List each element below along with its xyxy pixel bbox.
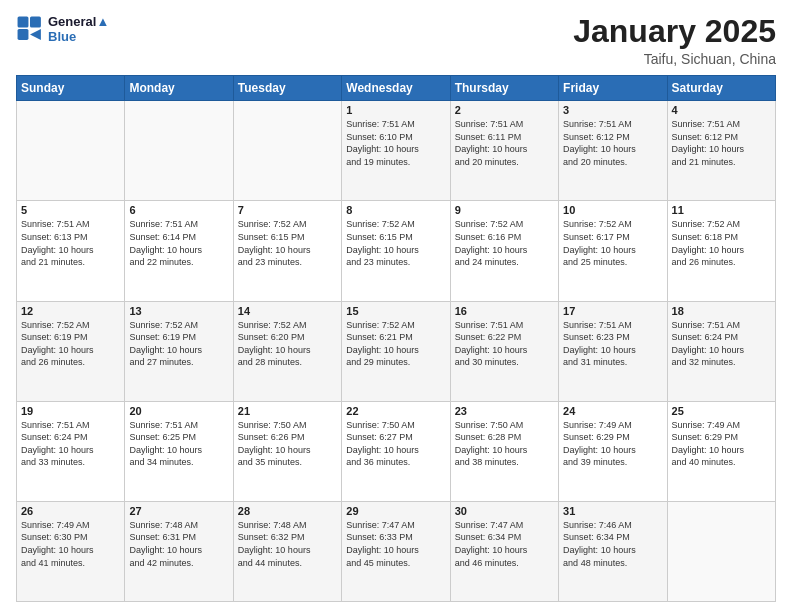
calendar-cell: 27Sunrise: 7:48 AM Sunset: 6:31 PM Dayli…	[125, 501, 233, 601]
calendar-cell: 25Sunrise: 7:49 AM Sunset: 6:29 PM Dayli…	[667, 401, 775, 501]
day-header-friday: Friday	[559, 76, 667, 101]
calendar-cell: 2Sunrise: 7:51 AM Sunset: 6:11 PM Daylig…	[450, 101, 558, 201]
calendar-cell: 29Sunrise: 7:47 AM Sunset: 6:33 PM Dayli…	[342, 501, 450, 601]
day-info: Sunrise: 7:52 AM Sunset: 6:16 PM Dayligh…	[455, 218, 554, 268]
day-info: Sunrise: 7:51 AM Sunset: 6:25 PM Dayligh…	[129, 419, 228, 469]
day-number: 13	[129, 305, 228, 317]
calendar-cell: 23Sunrise: 7:50 AM Sunset: 6:28 PM Dayli…	[450, 401, 558, 501]
calendar-cell: 28Sunrise: 7:48 AM Sunset: 6:32 PM Dayli…	[233, 501, 341, 601]
day-info: Sunrise: 7:51 AM Sunset: 6:12 PM Dayligh…	[672, 118, 771, 168]
calendar-week-2: 5Sunrise: 7:51 AM Sunset: 6:13 PM Daylig…	[17, 201, 776, 301]
day-number: 23	[455, 405, 554, 417]
day-number: 19	[21, 405, 120, 417]
day-number: 6	[129, 204, 228, 216]
logo: General▲ Blue	[16, 14, 109, 44]
day-info: Sunrise: 7:52 AM Sunset: 6:21 PM Dayligh…	[346, 319, 445, 369]
day-info: Sunrise: 7:49 AM Sunset: 6:29 PM Dayligh…	[672, 419, 771, 469]
calendar-cell	[17, 101, 125, 201]
day-info: Sunrise: 7:52 AM Sunset: 6:18 PM Dayligh…	[672, 218, 771, 268]
calendar-cell: 4Sunrise: 7:51 AM Sunset: 6:12 PM Daylig…	[667, 101, 775, 201]
calendar-cell: 17Sunrise: 7:51 AM Sunset: 6:23 PM Dayli…	[559, 301, 667, 401]
day-number: 20	[129, 405, 228, 417]
day-number: 31	[563, 505, 662, 517]
calendar-cell: 14Sunrise: 7:52 AM Sunset: 6:20 PM Dayli…	[233, 301, 341, 401]
calendar-cell	[125, 101, 233, 201]
day-number: 8	[346, 204, 445, 216]
calendar-cell: 26Sunrise: 7:49 AM Sunset: 6:30 PM Dayli…	[17, 501, 125, 601]
day-number: 9	[455, 204, 554, 216]
day-header-tuesday: Tuesday	[233, 76, 341, 101]
day-info: Sunrise: 7:51 AM Sunset: 6:11 PM Dayligh…	[455, 118, 554, 168]
day-info: Sunrise: 7:52 AM Sunset: 6:19 PM Dayligh…	[129, 319, 228, 369]
calendar-cell: 5Sunrise: 7:51 AM Sunset: 6:13 PM Daylig…	[17, 201, 125, 301]
logo-icon	[16, 15, 44, 43]
calendar-week-5: 26Sunrise: 7:49 AM Sunset: 6:30 PM Dayli…	[17, 501, 776, 601]
calendar-cell: 7Sunrise: 7:52 AM Sunset: 6:15 PM Daylig…	[233, 201, 341, 301]
calendar-cell: 21Sunrise: 7:50 AM Sunset: 6:26 PM Dayli…	[233, 401, 341, 501]
day-number: 5	[21, 204, 120, 216]
calendar-cell: 6Sunrise: 7:51 AM Sunset: 6:14 PM Daylig…	[125, 201, 233, 301]
day-number: 29	[346, 505, 445, 517]
day-header-sunday: Sunday	[17, 76, 125, 101]
day-info: Sunrise: 7:50 AM Sunset: 6:26 PM Dayligh…	[238, 419, 337, 469]
day-info: Sunrise: 7:49 AM Sunset: 6:30 PM Dayligh…	[21, 519, 120, 569]
day-number: 7	[238, 204, 337, 216]
calendar-week-3: 12Sunrise: 7:52 AM Sunset: 6:19 PM Dayli…	[17, 301, 776, 401]
calendar-table: SundayMondayTuesdayWednesdayThursdayFrid…	[16, 75, 776, 602]
day-info: Sunrise: 7:51 AM Sunset: 6:14 PM Dayligh…	[129, 218, 228, 268]
day-header-thursday: Thursday	[450, 76, 558, 101]
day-info: Sunrise: 7:51 AM Sunset: 6:23 PM Dayligh…	[563, 319, 662, 369]
day-info: Sunrise: 7:52 AM Sunset: 6:15 PM Dayligh…	[238, 218, 337, 268]
day-number: 21	[238, 405, 337, 417]
title-block: January 2025 Taifu, Sichuan, China	[573, 14, 776, 67]
svg-rect-2	[18, 29, 29, 40]
logo-text: General▲ Blue	[48, 14, 109, 44]
day-info: Sunrise: 7:51 AM Sunset: 6:10 PM Dayligh…	[346, 118, 445, 168]
calendar-cell: 31Sunrise: 7:46 AM Sunset: 6:34 PM Dayli…	[559, 501, 667, 601]
day-number: 30	[455, 505, 554, 517]
day-header-saturday: Saturday	[667, 76, 775, 101]
calendar-cell: 30Sunrise: 7:47 AM Sunset: 6:34 PM Dayli…	[450, 501, 558, 601]
calendar-week-1: 1Sunrise: 7:51 AM Sunset: 6:10 PM Daylig…	[17, 101, 776, 201]
day-number: 1	[346, 104, 445, 116]
calendar-week-4: 19Sunrise: 7:51 AM Sunset: 6:24 PM Dayli…	[17, 401, 776, 501]
svg-rect-1	[30, 17, 41, 28]
day-info: Sunrise: 7:52 AM Sunset: 6:17 PM Dayligh…	[563, 218, 662, 268]
day-number: 28	[238, 505, 337, 517]
day-info: Sunrise: 7:48 AM Sunset: 6:32 PM Dayligh…	[238, 519, 337, 569]
day-number: 4	[672, 104, 771, 116]
day-number: 14	[238, 305, 337, 317]
day-info: Sunrise: 7:52 AM Sunset: 6:19 PM Dayligh…	[21, 319, 120, 369]
day-info: Sunrise: 7:50 AM Sunset: 6:27 PM Dayligh…	[346, 419, 445, 469]
subtitle: Taifu, Sichuan, China	[573, 51, 776, 67]
page: General▲ Blue January 2025 Taifu, Sichua…	[0, 0, 792, 612]
day-info: Sunrise: 7:51 AM Sunset: 6:22 PM Dayligh…	[455, 319, 554, 369]
day-info: Sunrise: 7:51 AM Sunset: 6:12 PM Dayligh…	[563, 118, 662, 168]
day-number: 25	[672, 405, 771, 417]
calendar-cell: 15Sunrise: 7:52 AM Sunset: 6:21 PM Dayli…	[342, 301, 450, 401]
day-number: 22	[346, 405, 445, 417]
calendar-cell: 10Sunrise: 7:52 AM Sunset: 6:17 PM Dayli…	[559, 201, 667, 301]
day-info: Sunrise: 7:52 AM Sunset: 6:20 PM Dayligh…	[238, 319, 337, 369]
day-number: 24	[563, 405, 662, 417]
calendar-cell	[667, 501, 775, 601]
day-number: 18	[672, 305, 771, 317]
day-number: 12	[21, 305, 120, 317]
main-title: January 2025	[573, 14, 776, 49]
day-number: 27	[129, 505, 228, 517]
calendar-cell: 12Sunrise: 7:52 AM Sunset: 6:19 PM Dayli…	[17, 301, 125, 401]
day-info: Sunrise: 7:51 AM Sunset: 6:13 PM Dayligh…	[21, 218, 120, 268]
day-number: 17	[563, 305, 662, 317]
calendar-cell: 9Sunrise: 7:52 AM Sunset: 6:16 PM Daylig…	[450, 201, 558, 301]
calendar-cell: 18Sunrise: 7:51 AM Sunset: 6:24 PM Dayli…	[667, 301, 775, 401]
day-info: Sunrise: 7:50 AM Sunset: 6:28 PM Dayligh…	[455, 419, 554, 469]
calendar-cell: 16Sunrise: 7:51 AM Sunset: 6:22 PM Dayli…	[450, 301, 558, 401]
day-info: Sunrise: 7:46 AM Sunset: 6:34 PM Dayligh…	[563, 519, 662, 569]
calendar-cell: 13Sunrise: 7:52 AM Sunset: 6:19 PM Dayli…	[125, 301, 233, 401]
day-header-wednesday: Wednesday	[342, 76, 450, 101]
day-header-monday: Monday	[125, 76, 233, 101]
day-number: 15	[346, 305, 445, 317]
calendar-cell	[233, 101, 341, 201]
header: General▲ Blue January 2025 Taifu, Sichua…	[16, 14, 776, 67]
calendar-header-row: SundayMondayTuesdayWednesdayThursdayFrid…	[17, 76, 776, 101]
